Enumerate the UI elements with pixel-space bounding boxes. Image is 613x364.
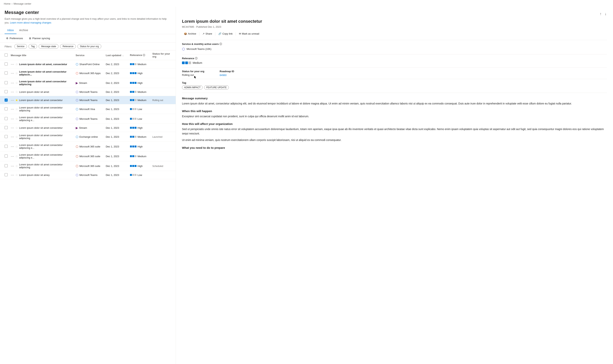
preferences-button[interactable]: ⚙ Preferences (5, 36, 25, 40)
row-more-icon[interactable]: ⋯ (11, 81, 14, 85)
row-more-icon[interactable]: ⋯ (11, 164, 14, 168)
row-more-icon[interactable]: ⋯ (11, 117, 14, 121)
learn-more-link[interactable]: Learn more about managing changes (10, 21, 51, 24)
row-checkbox[interactable] (5, 99, 8, 102)
service-icon: ⬡ (76, 63, 78, 66)
table-row[interactable]: ⋯ ☆ Lorem ipsum dolor sit amet consectet… (0, 151, 176, 161)
row-more-icon[interactable]: ⋯ (11, 90, 14, 94)
service-name: Microsoft 365 Apps (80, 72, 101, 75)
star-empty-icon[interactable]: ☆ (15, 71, 18, 75)
star-empty-icon[interactable]: ☆ (15, 135, 18, 139)
row-checkbox[interactable] (5, 71, 8, 75)
row-more-icon[interactable]: ⋯ (11, 173, 14, 177)
table-row[interactable]: ⋯ ★ Lorem ipsum dolor sit amet consectet… (0, 96, 176, 104)
breadcrumb-current: Message center (14, 2, 31, 5)
col-header-relevance: Relevance ⓘ (128, 51, 151, 60)
row-checkbox[interactable] (5, 117, 8, 120)
breadcrumb-home[interactable]: Home (4, 2, 11, 5)
relevance-cell: Medium (130, 155, 149, 158)
row-more-icon[interactable]: ⋯ (11, 126, 14, 130)
copy-link-button[interactable]: 🔗 Copy link (216, 31, 234, 36)
row-checkbox[interactable] (5, 107, 8, 110)
star-empty-icon[interactable]: ☆ (15, 173, 18, 177)
star-empty-icon[interactable]: ☆ (15, 155, 18, 158)
select-all-checkbox[interactable] (5, 53, 8, 56)
row-more-icon[interactable]: ⋯ (11, 135, 14, 139)
updated-cell: Dec 2, 2023 (104, 88, 128, 96)
table-row[interactable]: ⋯ ☆ Lorem ipsum dolor sit amet consectet… (0, 124, 176, 132)
row-checkbox[interactable] (5, 155, 8, 157)
detail-title: Lorem ipsum dolor sit amet consectetur (182, 19, 607, 24)
relevance-bars (130, 108, 136, 110)
filter-tag[interactable]: Tag (28, 44, 37, 49)
row-checkbox[interactable] (5, 90, 8, 93)
row-checkbox[interactable] (5, 126, 8, 129)
mark-unread-button[interactable]: ✉ Mark as unread (237, 31, 261, 36)
table-row[interactable]: ⋯ ☆ Lorem ipsum dolor sit amet, consecte… (0, 60, 176, 68)
row-more-icon[interactable]: ⋯ (11, 107, 14, 111)
star-empty-icon[interactable]: ☆ (15, 90, 18, 94)
filter-relevance[interactable]: Relevance (60, 44, 76, 49)
table-row[interactable]: ⋯ ☆ Lorem ipsum dolor sit amet consectet… (0, 78, 176, 88)
filter-status[interactable]: Status for your org (77, 44, 101, 49)
filter-service[interactable]: Service (14, 44, 27, 49)
relevance-cell: High (130, 126, 149, 129)
star-empty-icon[interactable]: ☆ (15, 145, 18, 148)
table-row[interactable]: ⋯ ☆ Lorem ipsum dolor sit amet ⬡ Microso… (0, 88, 176, 96)
col-header-updated[interactable]: Last updated ↓ (104, 51, 128, 60)
service-icon: ⬡ (76, 135, 78, 139)
relevance-bars (130, 165, 136, 167)
bar-2 (132, 108, 134, 110)
roadmap-link[interactable]: 84960 (220, 74, 227, 77)
nav-down-button[interactable]: ↓ (604, 11, 607, 16)
relevance-label: Medium (138, 99, 146, 102)
table-row[interactable]: ⋯ ☆ Lorem ipsum dolor sit amet consectet… (0, 68, 176, 78)
row-more-icon[interactable]: ⋯ (11, 154, 14, 158)
planner-syncing-button[interactable]: ⊞ Planner syncing (27, 36, 52, 40)
table-row[interactable]: ⋯ ☆ Lorem ipsum dolor sit amet consectet… (0, 104, 176, 114)
star-empty-icon[interactable]: ☆ (15, 117, 18, 121)
row-more-icon[interactable]: ⋯ (11, 144, 14, 149)
star-icon[interactable]: ★ (15, 98, 18, 102)
table-row[interactable]: ⋯ ☆ Lorem ipsum dolor sit amet consectet… (0, 132, 176, 142)
updated-cell: Dec 2, 2023 (104, 68, 128, 78)
row-more-icon[interactable]: ⋯ (11, 71, 14, 75)
relevance-label: High (138, 145, 143, 148)
star-empty-icon[interactable]: ☆ (15, 164, 18, 168)
bar-2 (132, 72, 134, 74)
relevance-bars (130, 155, 136, 157)
star-empty-icon[interactable]: ☆ (15, 126, 18, 130)
bar-2 (132, 127, 134, 129)
row-checkbox[interactable] (5, 145, 8, 148)
table-row[interactable]: ⋯ ☆ Lorem ipsum dolor sit amet consectet… (0, 142, 176, 151)
table-row[interactable]: ⋯ ☆ Lorem ipsum dolor sit amet consectet… (0, 161, 176, 171)
nav-up-button[interactable]: ↑ (599, 11, 602, 16)
tab-archive[interactable]: Archive (16, 27, 31, 34)
star-empty-icon[interactable]: ☆ (15, 81, 18, 85)
email-icon: ✉ (239, 32, 241, 35)
tab-inbox[interactable]: Inbox (5, 27, 16, 34)
star-empty-icon[interactable]: ☆ (15, 63, 18, 66)
row-checkbox[interactable] (5, 135, 8, 138)
affect-heading: How this will affect your organization (182, 122, 607, 126)
row-more-icon[interactable]: ⋯ (11, 62, 14, 66)
bar-1 (130, 82, 132, 84)
bar-2 (132, 99, 134, 101)
row-checkbox[interactable] (5, 164, 8, 167)
share-button[interactable]: ↗ Share (201, 31, 214, 36)
filter-message-state[interactable]: Message state (39, 44, 58, 49)
relevance-bars (130, 91, 136, 93)
bar-2 (132, 136, 134, 138)
row-checkbox[interactable] (5, 173, 8, 176)
row-checkbox[interactable] (5, 63, 8, 65)
archive-button[interactable]: 📦 Archive (182, 31, 198, 36)
row-checkbox[interactable] (5, 81, 8, 84)
relevance-info-icon: ⓘ (195, 57, 197, 60)
relevance-cell: High (130, 72, 149, 75)
table-row[interactable]: ⋯ ☆ Lorem ipsum dolor sit amey ⬡ Microso… (0, 171, 176, 179)
relevance-cell: Low (130, 117, 149, 120)
star-empty-icon[interactable]: ☆ (15, 107, 18, 111)
service-name: Microsoft Teams (80, 174, 97, 176)
row-more-icon[interactable]: ⋯ (11, 98, 14, 102)
table-row[interactable]: ⋯ ☆ Lorem ipsum dolor sit amet consectet… (0, 114, 176, 124)
